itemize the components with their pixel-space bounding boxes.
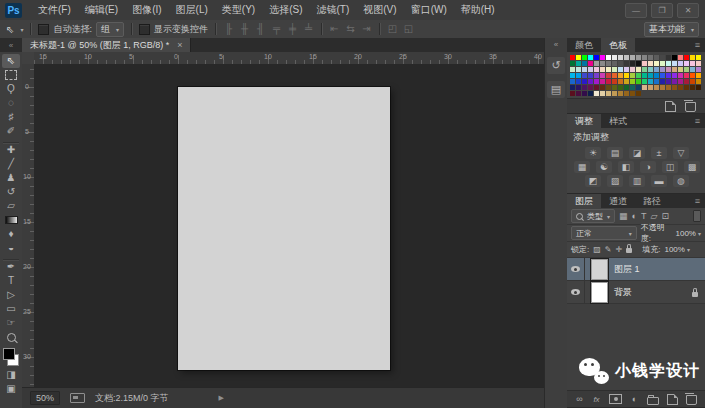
color-swatch[interactable]	[612, 79, 617, 84]
color-swatch[interactable]	[630, 73, 635, 78]
panel-tab[interactable]: 调整	[567, 114, 601, 128]
align-horizontal-centers-icon[interactable]: ╫	[239, 23, 250, 35]
color-swatch[interactable]	[666, 67, 671, 72]
color-swatch[interactable]	[606, 73, 611, 78]
brightness-contrast-icon[interactable]: ☀	[585, 147, 601, 159]
panel-tab[interactable]: 图层	[567, 194, 601, 208]
color-swatch[interactable]	[576, 91, 581, 96]
color-swatch[interactable]	[678, 85, 683, 90]
color-swatch[interactable]	[666, 85, 671, 90]
color-swatch[interactable]	[606, 67, 611, 72]
posterize-icon[interactable]: ▨	[607, 175, 623, 187]
color-lookup-icon[interactable]: ▩	[684, 161, 700, 173]
properties-panel-button[interactable]: ▤	[547, 81, 565, 98]
color-swatch[interactable]	[630, 55, 635, 60]
expand-panels-icon[interactable]: «	[554, 40, 558, 50]
color-swatch[interactable]	[570, 55, 575, 60]
invert-icon[interactable]: ◩	[585, 175, 601, 187]
screen-mode-button[interactable]: ▣	[2, 382, 20, 396]
layer-filter-toggle[interactable]	[693, 210, 701, 222]
color-swatch[interactable]	[678, 73, 683, 78]
crop-tool[interactable]: ♯	[2, 110, 20, 124]
color-swatch[interactable]	[576, 73, 581, 78]
color-swatch[interactable]	[570, 73, 575, 78]
color-swatch[interactable]	[684, 61, 689, 66]
collapse-toolbar-icon[interactable]: «	[0, 38, 22, 52]
brush-tool[interactable]: ╱	[2, 157, 20, 171]
color-swatch[interactable]	[618, 61, 623, 66]
curves-icon[interactable]: ◪	[629, 147, 645, 159]
filter-pixel-layers-icon[interactable]: ▦	[619, 211, 628, 221]
layer-row[interactable]: 图层 1	[567, 258, 705, 281]
color-swatch[interactable]	[618, 67, 623, 72]
color-swatch[interactable]	[660, 61, 665, 66]
history-panel-button[interactable]: ↺	[547, 57, 565, 74]
color-swatch[interactable]	[612, 61, 617, 66]
color-swatch[interactable]	[594, 73, 599, 78]
layer-row[interactable]: 背景	[567, 281, 705, 304]
color-swatch[interactable]	[690, 67, 695, 72]
color-swatch[interactable]	[594, 85, 599, 90]
color-swatch[interactable]	[600, 85, 605, 90]
panel-tab[interactable]: 色板	[601, 38, 635, 52]
status-options-arrow-icon[interactable]: ▶	[219, 394, 224, 402]
color-swatch[interactable]	[600, 91, 605, 96]
channel-mixer-icon[interactable]: ◫	[662, 161, 678, 173]
color-swatch[interactable]	[576, 55, 581, 60]
menu-item[interactable]: 文件(F)	[31, 0, 78, 20]
gradient-map-icon[interactable]: ▬	[651, 175, 667, 187]
color-swatch[interactable]	[594, 91, 599, 96]
color-swatch[interactable]	[612, 73, 617, 78]
show-transform-controls-checkbox[interactable]	[139, 24, 150, 35]
color-swatch[interactable]	[684, 79, 689, 84]
zoom-level-field[interactable]: 50%	[30, 391, 60, 405]
color-swatch[interactable]	[576, 79, 581, 84]
color-swatches-widget[interactable]	[2, 348, 20, 366]
color-swatch[interactable]	[636, 61, 641, 66]
color-swatch[interactable]	[588, 55, 593, 60]
color-swatch[interactable]	[588, 61, 593, 66]
color-swatch[interactable]	[576, 67, 581, 72]
color-swatch[interactable]	[582, 73, 587, 78]
menu-item[interactable]: 图层(L)	[169, 0, 215, 20]
color-swatch[interactable]	[600, 67, 605, 72]
color-swatch[interactable]	[678, 55, 683, 60]
panel-tab[interactable]: 样式	[601, 114, 635, 128]
color-swatch[interactable]	[654, 67, 659, 72]
align-bottom-edges-icon[interactable]: ╧	[303, 23, 314, 35]
dodge-tool[interactable]: ◒	[2, 241, 20, 255]
align-right-edges-icon[interactable]: ╢	[255, 23, 266, 35]
color-swatch[interactable]	[696, 55, 701, 60]
color-swatch[interactable]	[576, 85, 581, 90]
color-swatch[interactable]	[570, 61, 575, 66]
eraser-tool[interactable]: ▱	[2, 199, 20, 213]
new-layer-icon[interactable]	[667, 394, 678, 405]
3d-roll-icon[interactable]: ◱	[403, 23, 414, 35]
color-swatch[interactable]	[672, 79, 677, 84]
minimize-button[interactable]: —	[625, 3, 647, 18]
eye-icon[interactable]	[571, 289, 580, 295]
menu-item[interactable]: 图像(I)	[125, 0, 168, 20]
visibility-cell[interactable]	[567, 258, 585, 280]
align-top-edges-icon[interactable]: ╤	[271, 23, 282, 35]
selective-color-icon[interactable]: ◍	[673, 175, 689, 187]
color-swatch[interactable]	[600, 79, 605, 84]
color-swatch[interactable]	[678, 61, 683, 66]
color-swatch[interactable]	[660, 79, 665, 84]
color-swatch[interactable]	[672, 85, 677, 90]
color-swatch[interactable]	[696, 61, 701, 66]
color-swatch[interactable]	[606, 85, 611, 90]
rectangular-marquee-tool[interactable]	[2, 68, 20, 82]
quick-selection-tool[interactable]: ◌	[2, 96, 20, 110]
color-swatch[interactable]	[690, 55, 695, 60]
color-swatch[interactable]	[582, 67, 587, 72]
color-swatch[interactable]	[612, 67, 617, 72]
color-swatch[interactable]	[636, 73, 641, 78]
color-swatch[interactable]	[576, 61, 581, 66]
color-swatch[interactable]	[648, 79, 653, 84]
color-swatch[interactable]	[624, 91, 629, 96]
color-swatch[interactable]	[642, 55, 647, 60]
color-swatch[interactable]	[624, 67, 629, 72]
color-swatch[interactable]	[594, 61, 599, 66]
color-swatch[interactable]	[624, 73, 629, 78]
